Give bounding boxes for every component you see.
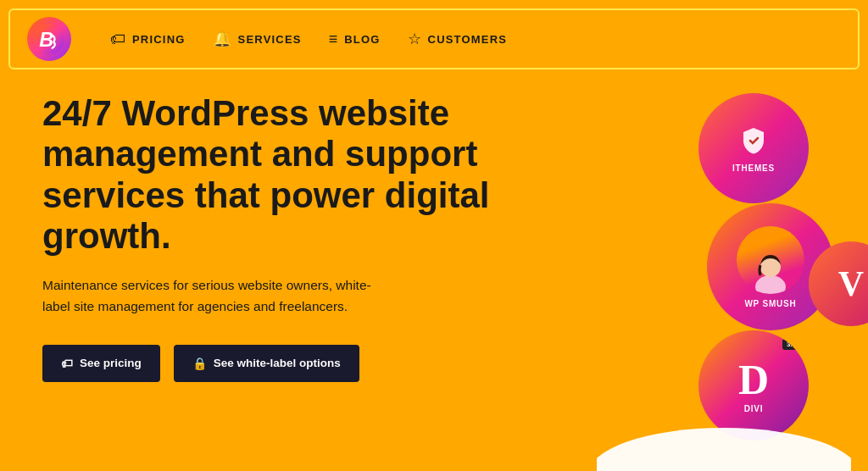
nav-label-services: SERVICES [238, 33, 302, 46]
nav-item-customers[interactable]: ☆ CUSTOMERS [408, 30, 508, 48]
shield-icon [737, 125, 770, 158]
see-pricing-button[interactable]: 🏷 See pricing [42, 345, 160, 382]
tag-btn-icon: 🏷 [61, 357, 73, 370]
see-whitelabel-button[interactable]: 🔒 See white-label options [174, 345, 359, 382]
person-illustration [737, 226, 804, 294]
wave-decoration [597, 407, 851, 471]
wpsmush-label: WP SMUSH [744, 299, 796, 308]
hero-title: 24/7 WordPress website management and su… [42, 93, 517, 257]
lock-btn-icon: 🔒 [192, 357, 207, 370]
nav-item-services[interactable]: 🔔 SERVICES [213, 30, 302, 48]
svg-point-2 [755, 275, 786, 294]
menu-icon: ≡ [329, 30, 338, 48]
v-letter: V [838, 263, 864, 304]
nav-label-pricing: PRICING [132, 33, 186, 46]
nav-item-blog[interactable]: ≡ BLOG [329, 30, 381, 48]
logo-icon: B [27, 17, 71, 61]
tag-icon: 🏷 [110, 30, 125, 48]
partner-circles: ITHEMES WP SMUSH 3.0 D DIVI V [563, 68, 868, 471]
hero-section: 24/7 WordPress website management and su… [42, 93, 517, 382]
nav-label-blog: BLOG [344, 33, 380, 46]
divi-badge: 3.0 [782, 339, 800, 350]
see-whitelabel-label: See white-label options [214, 357, 341, 369]
circle-ithemes: ITHEMES [698, 93, 809, 203]
navbar: B 🏷 PRICING 🔔 SERVICES ≡ BLOG ☆ CUSTOMER… [8, 8, 860, 69]
svg-point-4 [597, 428, 851, 471]
hero-subtitle: Maintenance services for serious website… [42, 275, 381, 318]
see-pricing-label: See pricing [80, 357, 142, 369]
nav-label-customers: CUSTOMERS [428, 33, 508, 46]
hero-buttons: 🏷 See pricing 🔒 See white-label options [42, 345, 517, 382]
bell-icon: 🔔 [213, 30, 231, 48]
nav-item-pricing[interactable]: 🏷 PRICING [110, 30, 186, 48]
nav-items: 🏷 PRICING 🔔 SERVICES ≡ BLOG ☆ CUSTOMERS [110, 30, 841, 48]
logo[interactable]: B [27, 17, 71, 61]
divi-letter: D [738, 358, 769, 401]
star-icon: ☆ [408, 30, 421, 48]
ithemes-label: ITHEMES [732, 163, 775, 173]
